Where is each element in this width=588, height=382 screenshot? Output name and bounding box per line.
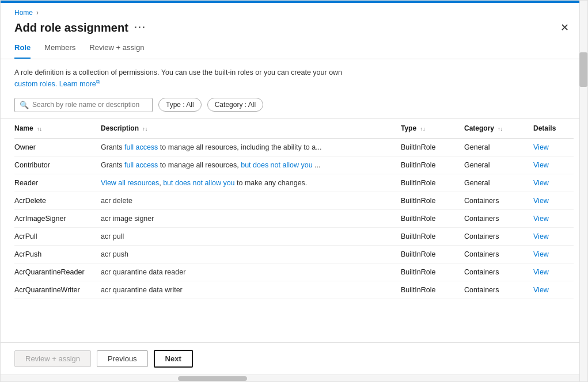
next-button[interactable]: Next: [154, 350, 193, 368]
main-container: Home › Add role assignment ··· ✕ Role Me…: [0, 0, 588, 382]
cell-details: View: [533, 138, 574, 156]
close-button[interactable]: ✕: [556, 19, 574, 36]
cell-type: BuiltInRole: [401, 174, 464, 192]
cell-type: BuiltInRole: [401, 245, 464, 263]
custom-roles-link[interactable]: custom roles.: [14, 80, 57, 88]
cell-name: AcrPull: [14, 227, 101, 245]
h-scroll-thumb: [178, 376, 247, 381]
cell-name: AcrQuarantineReader: [14, 263, 101, 281]
cell-name: AcrQuarantineWriter: [14, 281, 101, 299]
cell-type: BuiltInRole: [401, 138, 464, 156]
sort-icon-description: ↑↓: [142, 126, 147, 132]
col-header-description[interactable]: Description ↑↓: [101, 119, 401, 139]
cell-description: acr push: [101, 245, 401, 263]
cell-category: Containers: [464, 263, 533, 281]
cell-category: Containers: [464, 245, 533, 263]
cell-description: Grants full access to manage all resourc…: [101, 156, 401, 174]
view-link[interactable]: View: [533, 250, 549, 258]
table-header: Name ↑↓ Description ↑↓ Type ↑↓ Category …: [14, 119, 574, 139]
view-link[interactable]: View: [533, 215, 549, 223]
breadcrumb-home-link[interactable]: Home: [14, 9, 33, 17]
cell-name: Contributor: [14, 156, 101, 174]
cell-type: BuiltInRole: [401, 156, 464, 174]
bottom-bar: Review + assign Previous Next: [1, 342, 587, 375]
roles-table: Name ↑↓ Description ↑↓ Type ↑↓ Category …: [14, 119, 574, 299]
col-header-name[interactable]: Name ↑↓: [14, 119, 101, 139]
cell-details: View: [533, 227, 574, 245]
view-link[interactable]: View: [533, 161, 549, 169]
review-assign-button[interactable]: Review + assign: [14, 350, 91, 367]
cell-description: View all resources, but does not allow y…: [101, 174, 401, 192]
tab-review-assign[interactable]: Review + assign: [89, 43, 144, 59]
title-row: Add role assignment ··· ✕: [1, 17, 587, 36]
cell-description: acr quarantine data reader: [101, 263, 401, 281]
view-link[interactable]: View: [533, 197, 549, 205]
category-filter-pill[interactable]: Category : All: [207, 98, 263, 112]
cell-name: AcrPush: [14, 245, 101, 263]
tab-role[interactable]: Role: [14, 43, 31, 59]
cell-category: General: [464, 156, 533, 174]
cell-description: acr quarantine data writer: [101, 281, 401, 299]
cell-type: BuiltInRole: [401, 227, 464, 245]
sort-icon-type: ↑↓: [420, 126, 425, 132]
col-header-category[interactable]: Category ↑↓: [464, 119, 533, 139]
tab-members[interactable]: Members: [44, 43, 75, 59]
breadcrumb: Home ›: [1, 3, 587, 17]
view-link[interactable]: View: [533, 232, 549, 240]
cell-description: acr delete: [101, 192, 401, 209]
cell-details: View: [533, 245, 574, 263]
cell-details: View: [533, 281, 574, 299]
table-row: AcrDeleteacr deleteBuiltInRoleContainers…: [14, 192, 574, 209]
cell-category: Containers: [464, 192, 533, 209]
horizontal-scrollbar[interactable]: [1, 375, 587, 381]
table-row: AcrPullacr pullBuiltInRoleContainersView: [14, 227, 574, 245]
page-title: Add role assignment: [14, 21, 128, 35]
view-link[interactable]: View: [533, 143, 549, 151]
vertical-scrollbar[interactable]: [579, 1, 587, 381]
sort-icon-name: ↑↓: [37, 126, 42, 132]
cell-details: View: [533, 174, 574, 192]
cell-details: View: [533, 192, 574, 209]
cell-name: Reader: [14, 174, 101, 192]
roles-table-container: Name ↑↓ Description ↑↓ Type ↑↓ Category …: [1, 118, 587, 342]
cell-details: View: [533, 263, 574, 281]
cell-name: Owner: [14, 138, 101, 156]
title-left: Add role assignment ···: [14, 21, 146, 35]
search-box: 🔍: [14, 98, 153, 112]
table-row: ReaderView all resources, but does not a…: [14, 174, 574, 192]
ellipsis-button[interactable]: ···: [134, 22, 146, 34]
cell-type: BuiltInRole: [401, 209, 464, 227]
search-input[interactable]: [32, 101, 147, 109]
cell-category: General: [464, 138, 533, 156]
previous-button[interactable]: Previous: [97, 350, 148, 367]
tabs-row: Role Members Review + assign: [1, 36, 587, 59]
learn-more-link[interactable]: Learn more⧉: [59, 80, 100, 88]
table-row: AcrQuarantineReaderacr quarantine data r…: [14, 263, 574, 281]
col-header-type[interactable]: Type ↑↓: [401, 119, 464, 139]
cell-category: Containers: [464, 281, 533, 299]
col-header-details: Details: [533, 119, 574, 139]
cell-description: Grants full access to manage all resourc…: [101, 138, 401, 156]
table-row: AcrQuarantineWriteracr quarantine data w…: [14, 281, 574, 299]
table-body: OwnerGrants full access to manage all re…: [14, 138, 574, 299]
table-row: AcrImageSigneracr image signerBuiltInRol…: [14, 209, 574, 227]
table-row: ContributorGrants full access to manage …: [14, 156, 574, 174]
cell-type: BuiltInRole: [401, 281, 464, 299]
cell-category: Containers: [464, 209, 533, 227]
cell-type: BuiltInRole: [401, 192, 464, 209]
cell-type: BuiltInRole: [401, 263, 464, 281]
view-link[interactable]: View: [533, 286, 549, 294]
cell-details: View: [533, 209, 574, 227]
view-link[interactable]: View: [533, 268, 549, 276]
cell-description: acr pull: [101, 227, 401, 245]
cell-name: AcrImageSigner: [14, 209, 101, 227]
cell-description: acr image signer: [101, 209, 401, 227]
type-filter-pill[interactable]: Type : All: [158, 98, 202, 112]
table-row: AcrPushacr pushBuiltInRoleContainersView: [14, 245, 574, 263]
cell-name: AcrDelete: [14, 192, 101, 209]
sort-icon-category: ↑↓: [498, 126, 503, 132]
cell-details: View: [533, 156, 574, 174]
view-link[interactable]: View: [533, 179, 549, 187]
description-text: A role definition is a collection of per…: [1, 59, 587, 90]
search-icon: 🔍: [20, 101, 29, 109]
